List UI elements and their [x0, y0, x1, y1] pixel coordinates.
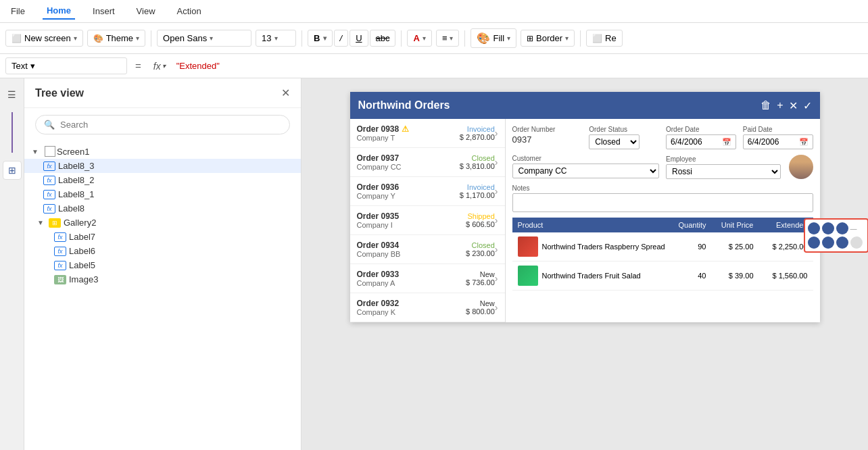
nav-dot-6[interactable] [836, 236, 848, 249]
bold-button[interactable]: B ▾ [308, 30, 332, 47]
order-item-0938[interactable]: Order 0938 ⚠ Company T Invoiced $ 2,870.… [350, 119, 505, 148]
product-row-2[interactable]: Northwind Traders Fruit Salad 40 $ 39.00… [512, 261, 813, 291]
tree-view-close-button[interactable]: ✕ [281, 86, 290, 99]
nav-dot-5[interactable] [822, 236, 834, 249]
order-item-0937[interactable]: Order 0937 Company CC Closed $ 3,810.00 … [350, 148, 505, 177]
order-status-select[interactable]: Closed Invoiced Shipped New [589, 134, 640, 149]
nav-dot-4[interactable] [808, 236, 820, 249]
order-0933-status: New [466, 270, 495, 278]
order-detail: Order Number 0937 Order Status Closed In… [506, 119, 820, 322]
re-button[interactable]: ⬜ Re [586, 30, 623, 47]
nav-dot-7[interactable] [850, 236, 863, 249]
nav-dot-2[interactable] [822, 222, 834, 234]
type-dropdown[interactable]: Text ▾ [5, 57, 127, 74]
label-icon: fx [43, 190, 55, 199]
menu-action[interactable]: Action [173, 3, 206, 19]
unit-2-cell: $ 39.00 [706, 272, 754, 280]
order-0935-amount: $ 606.50 [466, 220, 495, 228]
app-title: Northwind Orders [358, 99, 450, 111]
order-0938-company: Company T [357, 134, 460, 142]
layers-icon[interactable]: ⊞ [3, 161, 22, 180]
close-icon[interactable]: ✕ [789, 99, 798, 112]
order-item-0935[interactable]: Order 0935 Company I Shipped $ 606.50 › [350, 206, 505, 235]
font-color-button[interactable]: A ▾ [407, 30, 431, 47]
order-0933-company: Company A [357, 279, 466, 287]
employee-field: Employee Rossi [666, 155, 813, 179]
notes-input[interactable] [512, 193, 813, 212]
tree-item-label5[interactable]: fx Label5 [24, 258, 301, 272]
qty-2-cell: 40 [666, 272, 706, 280]
order-item-0934[interactable]: Order 0934 Company BB Closed $ 230.00 › [350, 235, 505, 264]
tree-item-image3[interactable]: 🖼 Image3 [24, 272, 301, 286]
order-item-0936[interactable]: Order 0936 Company Y Invoiced $ 1,170.00… [350, 177, 505, 206]
total-1-cell: $ 2,250.00 [754, 243, 808, 251]
nav-dot-1[interactable] [808, 222, 820, 234]
font-selector[interactable]: Open Sans ▾ [157, 30, 251, 47]
fx-button[interactable]: fx ▾ [149, 58, 170, 74]
underline-button[interactable]: U [349, 30, 368, 47]
tree-item-label8-3[interactable]: fx Label8_3 [24, 159, 301, 173]
order-0938-amount: $ 2,870.00 [460, 133, 495, 141]
confirm-icon[interactable]: ✓ [803, 99, 812, 112]
order-chevron-icon: › [495, 128, 498, 139]
tree-item-label8[interactable]: fx Label8 [24, 201, 301, 216]
nav-dot-3[interactable] [836, 222, 848, 234]
bold-chevron-icon: ▾ [323, 34, 327, 42]
search-icon: 🔍 [44, 120, 55, 130]
order-0938-status: Invoiced [460, 125, 495, 133]
paid-date-input[interactable]: 6/4/2006 📅 [743, 134, 813, 149]
label-icon: fx [54, 247, 66, 256]
border-button[interactable]: ⊞ Border ▾ [521, 30, 575, 47]
calendar-icon: 📅 [722, 138, 731, 147]
employee-select[interactable]: Rossi [666, 164, 781, 179]
formula-input[interactable] [174, 58, 863, 74]
font-size-selector[interactable]: 13 ▾ [256, 30, 296, 47]
order-0936-status: Invoiced [460, 183, 495, 191]
menu-insert[interactable]: Insert [89, 3, 119, 19]
customer-select[interactable]: Company CC [512, 164, 660, 178]
label-icon: fx [43, 161, 55, 171]
order-item-0933[interactable]: Order 0933 Company A New $ 736.00 › [350, 264, 505, 293]
italic-button[interactable]: / [334, 30, 349, 47]
product-row-1[interactable]: Northwind Traders Raspberry Spread 90 $ … [512, 232, 813, 261]
order-date-input[interactable]: 6/4/2006 📅 [666, 134, 736, 149]
toggle-icon: ▼ [30, 148, 41, 155]
strikethrough-button[interactable]: abc [370, 30, 396, 47]
tree-view-title: Tree view [35, 87, 84, 99]
order-chevron-icon: › [495, 273, 498, 284]
side-nav: ☰ ⊞ [0, 78, 24, 450]
menu-view[interactable]: View [132, 3, 160, 19]
order-status-label: Order Status [589, 126, 659, 133]
theme-button[interactable]: 🎨 Theme ▾ [87, 30, 145, 47]
col-unit-header: Unit Price [706, 221, 754, 229]
tree-item-gallery2[interactable]: ▼ ⊞ Gallery2 [24, 216, 301, 230]
tree-item-label7[interactable]: fx Label7 [24, 230, 301, 244]
new-screen-button[interactable]: ⬜ New screen ▾ [5, 30, 83, 47]
search-input[interactable] [60, 120, 281, 130]
fill-button[interactable]: 🎨 Fill ▾ [471, 28, 516, 48]
employee-label: Employee [666, 155, 781, 163]
gallery-icon: ⊞ [49, 218, 61, 228]
notes-label: Notes [512, 184, 813, 192]
align-button[interactable]: ≡ ▾ [436, 30, 460, 47]
order-item-0932[interactable]: Order 0932 Company K New $ 800.00 › [350, 293, 505, 322]
font-color-chevron-icon: ▾ [423, 34, 426, 42]
add-icon[interactable]: + [777, 99, 783, 112]
tree-item-label8-1[interactable]: fx Label8_1 [24, 187, 301, 201]
menu-file[interactable]: File [7, 3, 29, 19]
order-0938-info: Order 0938 ⚠ Company T [357, 124, 460, 142]
order-chevron-icon: › [495, 302, 498, 313]
delete-icon[interactable]: 🗑 [761, 99, 771, 112]
total-2-cell: $ 1,560.00 [754, 272, 808, 280]
tree-item-label6[interactable]: fx Label6 [24, 244, 301, 258]
product-2-image [518, 266, 538, 286]
tree-item-label8-2[interactable]: fx Label8_2 [24, 173, 301, 187]
menu-icon[interactable]: ☰ [3, 85, 22, 104]
tree-item-screen1[interactable]: ▼ Screen1 [24, 144, 301, 159]
product-1-cell: Northwind Traders Raspberry Spread [518, 236, 666, 257]
menu-home[interactable]: Home [43, 3, 75, 20]
order-0936-number: Order 0936 [357, 182, 460, 192]
order-0933-amount: $ 736.00 [466, 278, 495, 286]
border-chevron-icon: ▾ [565, 34, 569, 42]
order-0937-status: Closed [460, 154, 495, 162]
